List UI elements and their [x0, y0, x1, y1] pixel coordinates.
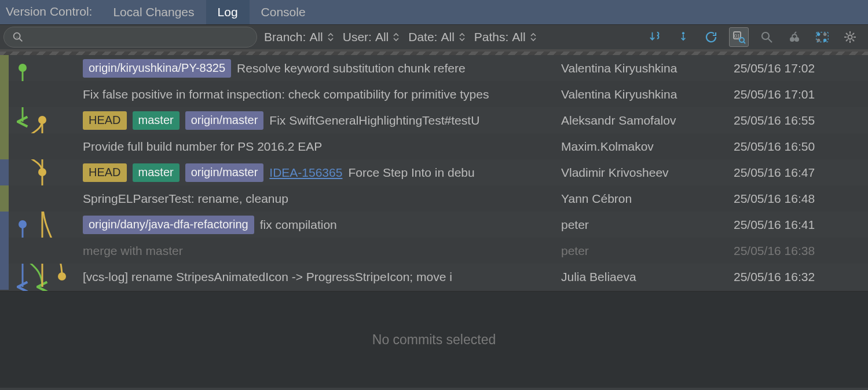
commit-message: Provide full build number for PS 2016.2 …: [83, 140, 561, 154]
root-indicator: [0, 55, 9, 81]
commit-date: 25/05/16 16:48: [729, 192, 868, 206]
commit-author: Maxim.Kolmakov: [561, 140, 729, 154]
collapse-linear-icon[interactable]: [673, 27, 693, 47]
go-to-hash-icon[interactable]: 01: [729, 27, 749, 47]
ref-tag-remote[interactable]: origin/master: [185, 111, 264, 130]
commit-row[interactable]: origin/kiryushkina/PY-8325Resolve keywor…: [0, 55, 868, 81]
commit-date: 25/05/16 16:32: [729, 270, 868, 284]
root-indicator: [0, 238, 9, 264]
commit-message: [vcs-log] rename StripesAnimatedIcon -> …: [83, 270, 561, 284]
commit-log[interactable]: origin/kiryushkina/PY-8325Resolve keywor…: [0, 55, 868, 291]
commit-date: 25/05/16 16:50: [729, 140, 868, 154]
cherry-pick-icon[interactable]: [785, 27, 804, 47]
commit-author: peter: [561, 244, 729, 258]
svg-line-21: [846, 33, 848, 35]
commit-row[interactable]: origin/dany/java-dfa-refactoringfix comp…: [0, 212, 868, 238]
root-indicator: [0, 81, 9, 107]
filter-paths-label: Paths:: [474, 30, 509, 44]
commit-author: peter: [561, 218, 729, 232]
commit-row[interactable]: Provide full build number for PS 2016.2 …: [0, 133, 868, 159]
commit-author: Valentina Kiryushkina: [561, 88, 729, 101]
filter-date-label: Date:: [408, 30, 437, 44]
filter-user[interactable]: User: All: [343, 30, 401, 44]
commit-row[interactable]: SpringELParserTest: rename, cleanupYann …: [0, 185, 868, 212]
ref-tag-local[interactable]: master: [133, 111, 180, 130]
filter-branch-label: Branch:: [264, 30, 306, 44]
svg-line-8: [768, 39, 772, 42]
commit-message-text: SpringELParserTest: rename, cleanup: [83, 192, 288, 206]
commit-author: Valentina Kiryushkina: [561, 61, 729, 75]
root-indicator: [0, 185, 9, 212]
ref-tag-head[interactable]: HEAD: [83, 163, 127, 182]
search-input[interactable]: [3, 27, 257, 48]
toolbar-actions: 01: [646, 27, 865, 47]
log-toolbar: Branch: All User: All Date: All Paths: A…: [0, 25, 868, 52]
panel-title: Version Control:: [0, 0, 101, 24]
commit-message: origin/dany/java-dfa-refactoringfix comp…: [83, 216, 561, 234]
commit-author: Aleksandr Samofalov: [561, 114, 729, 127]
svg-point-11: [817, 33, 821, 37]
refresh-icon[interactable]: [701, 27, 721, 47]
filter-user-label: User:: [343, 30, 372, 44]
commit-message: Fix false positive in format inspection:…: [83, 88, 561, 101]
commit-message-text: Resolve keyword substitution chunk refer…: [237, 61, 466, 75]
commit-date: 25/05/16 17:02: [729, 61, 868, 75]
svg-line-22: [852, 39, 854, 41]
tab-log[interactable]: Log: [206, 0, 250, 24]
tab-local-changes[interactable]: Local Changes: [101, 0, 206, 24]
issue-link[interactable]: IDEA-156365: [269, 166, 342, 180]
commit-date: 25/05/16 17:01: [729, 88, 868, 101]
svg-point-14: [823, 39, 827, 42]
commit-date: 25/05/16 16:41: [729, 218, 868, 232]
commit-row[interactable]: merge with masterpeter25/05/16 16:38: [0, 238, 868, 264]
commit-message: SpringELParserTest: rename, cleanup: [83, 192, 561, 206]
root-indicator: [0, 159, 9, 185]
commit-author: Vladimir Krivosheev: [561, 166, 729, 180]
commit-row[interactable]: HEADmasterorigin/masterFix SwiftGeneralH…: [0, 107, 868, 133]
svg-point-16: [848, 35, 852, 39]
filter-paths[interactable]: Paths: All: [474, 30, 537, 44]
commit-message: HEADmasterorigin/masterFix SwiftGeneralH…: [83, 111, 561, 130]
intellisort-icon[interactable]: [646, 27, 665, 47]
filter-branch-value: All: [309, 30, 323, 44]
vcs-tabbar: Version Control: Local Changes Log Conso…: [0, 0, 868, 25]
root-indicator: [0, 264, 9, 290]
svg-point-13: [817, 39, 821, 42]
commit-message-text: Force Step Into in debu: [348, 166, 474, 180]
highlight-icon[interactable]: [812, 27, 832, 47]
root-indicator: [0, 107, 9, 133]
commit-message-text: Provide full build number for PS 2016.2 …: [83, 140, 322, 154]
commit-message-text: Fix false positive in format inspection:…: [83, 88, 489, 101]
search-icon: [12, 31, 24, 43]
root-indicator: [0, 212, 9, 238]
svg-point-2: [682, 32, 684, 34]
ref-tag-remote[interactable]: origin/master: [185, 163, 264, 182]
commit-message-text: merge with master: [83, 244, 183, 258]
svg-point-5: [739, 38, 744, 42]
ref-tag-remote[interactable]: origin/kiryushkina/PY-8325: [83, 59, 231, 78]
ref-tag-local[interactable]: master: [133, 163, 180, 182]
commit-row[interactable]: [vcs-log] rename StripesAnimatedIcon -> …: [0, 264, 868, 290]
svg-line-6: [744, 42, 745, 43]
spinner-icon: [327, 33, 335, 41]
ref-tag-remote[interactable]: origin/dany/java-dfa-refactoring: [83, 216, 254, 234]
commit-message-text: [vcs-log] rename StripesAnimatedIcon -> …: [83, 270, 452, 284]
svg-text:01: 01: [734, 33, 740, 39]
commit-message-text: Fix SwiftGeneralHighlightingTest#testU: [269, 114, 479, 127]
root-indicator: [0, 133, 9, 159]
filter-date[interactable]: Date: All: [408, 30, 466, 44]
find-icon[interactable]: [757, 27, 777, 47]
ref-tag-head[interactable]: HEAD: [83, 111, 127, 130]
spinner-icon: [392, 33, 400, 41]
svg-line-23: [846, 39, 848, 41]
filter-branch[interactable]: Branch: All: [264, 30, 335, 44]
tab-console[interactable]: Console: [250, 0, 317, 24]
spinner-icon: [529, 33, 537, 41]
filter-paths-value: All: [512, 30, 525, 44]
commit-row[interactable]: HEADmasterorigin/masterIDEA-156365Force …: [0, 159, 868, 185]
commit-message-text: fix compilation: [260, 218, 337, 232]
filters: Branch: All User: All Date: All Paths: A…: [264, 30, 537, 44]
commit-author: Yann Cébron: [561, 192, 729, 206]
gear-icon[interactable]: [840, 27, 860, 47]
commit-row[interactable]: Fix false positive in format inspection:…: [0, 81, 868, 107]
